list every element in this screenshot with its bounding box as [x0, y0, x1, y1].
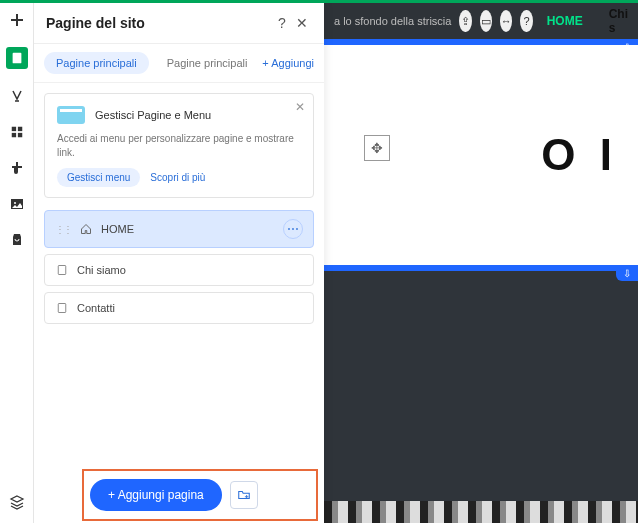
hero-text: O I — [541, 130, 618, 180]
photo-strip — [324, 501, 638, 523]
dark-section[interactable] — [324, 271, 638, 501]
svg-rect-3 — [11, 133, 15, 137]
page-more-icon[interactable]: ⋯ — [283, 219, 303, 239]
svg-rect-4 — [17, 133, 21, 137]
add-link[interactable]: + Aggiungi — [262, 57, 314, 69]
svg-rect-1 — [11, 127, 15, 131]
store-icon[interactable] — [8, 231, 26, 249]
tool-upload-icon[interactable]: ⇪ — [459, 10, 471, 32]
tool-layout-icon[interactable]: ▭ — [480, 10, 492, 32]
manage-menu-button[interactable]: Gestisci menu — [57, 168, 140, 187]
pages-icon[interactable] — [6, 47, 28, 69]
apps-icon[interactable] — [8, 123, 26, 141]
page-item-home[interactable]: ⋮⋮ HOME ⋯ — [44, 210, 314, 248]
main-pages-pill[interactable]: Pagine principali — [44, 52, 149, 74]
sub-label: Pagine principali — [167, 57, 248, 69]
panel-footer: + Aggiungi pagina — [34, 467, 324, 523]
info-card-title: Gestisci Pagine e Menu — [95, 109, 211, 121]
svg-rect-7 — [58, 266, 66, 275]
svg-rect-0 — [12, 53, 21, 64]
left-rail — [0, 3, 34, 523]
page-icon — [55, 263, 69, 277]
panel-title: Pagine del sito — [46, 15, 272, 31]
tool-stretch-icon[interactable]: ↔ — [500, 10, 512, 32]
svg-rect-2 — [17, 127, 21, 131]
drag-handle-icon[interactable]: ⋮⋮ — [55, 224, 71, 235]
panel-subheader: Pagine principali Pagine principali + Ag… — [34, 44, 324, 83]
page-label: Contatti — [77, 302, 115, 314]
nav-home[interactable]: HOME — [547, 14, 583, 28]
section-handle-icon[interactable]: ⇩ — [616, 265, 638, 281]
addons-icon[interactable] — [8, 159, 26, 177]
editor-canvas: a lo sfondo della striscia ⇪ ▭ ↔ ? HOME … — [324, 3, 638, 523]
info-card-desc: Accedi ai menu per personalizzare pagine… — [57, 132, 301, 160]
add-icon[interactable] — [8, 11, 26, 29]
layers-icon[interactable] — [8, 493, 26, 511]
hero-section[interactable]: ✥ O I — [324, 45, 638, 265]
media-icon[interactable] — [8, 195, 26, 213]
svg-point-6 — [14, 202, 16, 204]
close-icon[interactable]: ✕ — [292, 13, 312, 33]
page-item-chi-siamo[interactable]: Chi siamo — [44, 254, 314, 286]
panel-header: Pagine del sito ? ✕ — [34, 3, 324, 44]
page-icon — [55, 301, 69, 315]
svg-rect-8 — [58, 304, 66, 313]
panel-body: ✕ Gestisci Pagine e Menu Accedi ai menu … — [34, 83, 324, 467]
page-label: HOME — [101, 223, 134, 235]
info-close-icon[interactable]: ✕ — [295, 100, 305, 114]
menu-badge-icon — [57, 106, 85, 124]
section-divider: ⇩ — [324, 265, 638, 271]
tool-help-icon[interactable]: ? — [520, 10, 532, 32]
help-icon[interactable]: ? — [272, 13, 292, 33]
add-page-button[interactable]: + Aggiungi pagina — [90, 479, 222, 511]
page-item-contatti[interactable]: Contatti — [44, 292, 314, 324]
nav-chi-siamo[interactable]: Chi s — [609, 7, 628, 35]
add-folder-button[interactable] — [230, 481, 258, 509]
canvas-toolbar: a lo sfondo della striscia ⇪ ▭ ↔ ? HOME … — [324, 3, 638, 39]
page-label: Chi siamo — [77, 264, 126, 276]
learn-more-link[interactable]: Scopri di più — [150, 168, 205, 187]
info-card: ✕ Gestisci Pagine e Menu Accedi ai menu … — [44, 93, 314, 198]
toolbar-text: a lo sfondo della striscia — [334, 15, 451, 27]
home-icon — [79, 222, 93, 236]
pages-panel: Pagine del sito ? ✕ Pagine principali Pa… — [34, 3, 324, 523]
move-handle-icon[interactable]: ✥ — [364, 135, 390, 161]
design-icon[interactable] — [8, 87, 26, 105]
